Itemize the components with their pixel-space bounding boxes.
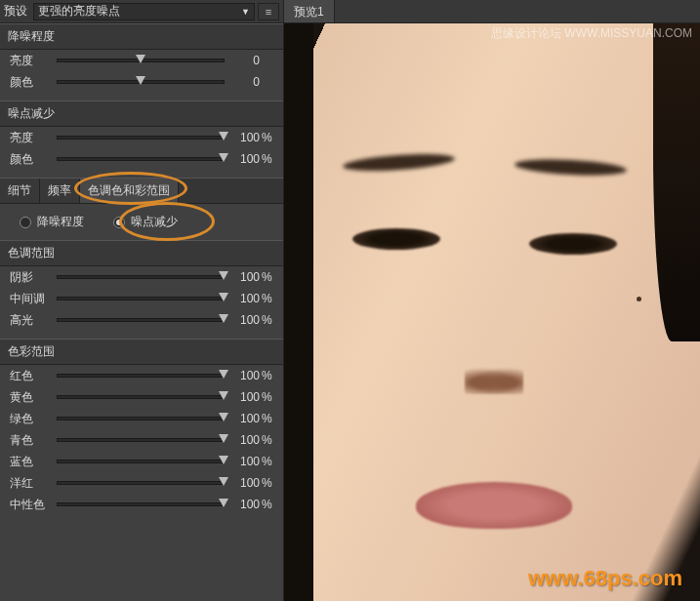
slider-value: 100 [232,369,260,382]
color-slider-row: 颜色 0 [0,71,283,93]
radio-icon [113,217,125,228]
radio-icon [20,217,31,228]
slider-unit: % [262,131,275,144]
slider-unit: % [262,433,275,447]
slider-value: 100 [232,390,260,404]
watermark-bottom: www.68ps.com [528,566,682,591]
preview-pane: 预览1 思缘设计论坛 WWW.MISSYUAN.COM www.68ps.com [283,0,700,601]
colorrange-slider[interactable] [57,374,225,378]
tonal-row: 高光100% [0,309,283,331]
slider-unit: % [262,455,275,468]
preset-value: 更强的亮度噪点 [38,3,120,20]
slider-label: 亮度 [10,53,49,69]
radio-noise-reduce[interactable]: 噪点减少 [113,214,178,230]
radio-label: 噪点减少 [131,214,178,230]
slider-label: 亮度 [10,130,49,146]
slider-unit: % [262,292,275,305]
color-slider[interactable] [57,80,225,84]
section-noise-reduce-header: 噪点减少 [0,100,283,127]
slider-label: 阴影 [10,269,49,286]
radio-row: 降噪程度 噪点减少 [0,204,283,240]
slider-unit: % [262,152,275,166]
colorrange-row: 中性色100% [0,494,283,515]
tab-detail[interactable]: 细节 [0,179,40,203]
tab-tonal-color-range[interactable]: 色调色和彩范围 [80,179,179,203]
slider-value: 100 [232,270,260,284]
slider-label: 颜色 [10,151,49,168]
tonal-slider[interactable] [57,275,225,279]
radio-denoise-level[interactable]: 降噪程度 [20,214,84,230]
preset-dropdown[interactable]: 更强的亮度噪点 ▼ [33,3,255,20]
section-tonal-range-header: 色调范围 [0,240,283,266]
nr-color-slider[interactable] [57,157,225,161]
colorrange-slider[interactable] [57,417,225,421]
preset-bar: 预设 更强的亮度噪点 ▼ ≡ [0,0,283,23]
brightness-slider-row: 亮度 0 [0,50,283,71]
slider-value: 100 [232,292,260,305]
slider-unit: % [262,369,275,382]
slider-unit: % [262,270,275,284]
tonal-slider[interactable] [57,297,225,300]
slider-label: 洋红 [10,475,49,492]
slider-unit: % [262,390,275,404]
tabs-bar: 细节 频率 色调色和彩范围 [0,178,283,204]
colorrange-slider[interactable] [57,460,225,463]
preview-image: 思缘设计论坛 WWW.MISSYUAN.COM www.68ps.com [284,23,700,601]
slider-value: 100 [232,131,260,144]
settings-panel: 预设 更强的亮度噪点 ▼ ≡ 降噪程度 亮度 0 颜色 0 噪点减少 亮度 10… [0,0,283,601]
preset-menu-button[interactable]: ≡ [258,3,279,20]
preview-tab-1[interactable]: 预览1 [284,0,335,22]
colorrange-row: 黄色100% [0,386,283,408]
slider-label: 绿色 [10,411,49,427]
slider-label: 高光 [10,312,49,329]
nr-color-row: 颜色 100 % [0,148,283,170]
tonal-slider[interactable] [57,318,225,322]
brightness-slider[interactable] [57,59,225,62]
slider-value: 100 [232,433,260,447]
slider-value: 100 [232,455,260,468]
slider-value: 100 [232,152,260,166]
colorrange-slider[interactable] [57,481,225,485]
tonal-row: 阴影100% [0,266,283,288]
tab-frequency[interactable]: 频率 [40,179,80,203]
slider-label: 中间调 [10,291,49,307]
slider-value: 0 [232,75,260,89]
slider-value: 100 [232,498,260,511]
slider-unit: % [262,498,275,511]
slider-value: 100 [232,476,260,490]
watermark-top: 思缘设计论坛 WWW.MISSYUAN.COM [491,25,692,42]
slider-label: 青色 [10,432,49,449]
colorrange-row: 洋红100% [0,472,283,494]
slider-unit: % [262,412,275,425]
colorrange-row: 红色100% [0,365,283,386]
slider-label: 红色 [10,368,49,384]
nr-brightness-row: 亮度 100 % [0,127,283,148]
preset-label: 预设 [4,3,27,20]
preview-tabs: 预览1 [284,0,700,23]
colorrange-slider[interactable] [57,438,225,442]
slider-value: 100 [232,412,260,425]
colorrange-row: 绿色100% [0,408,283,429]
section-color-range-header: 色彩范围 [0,339,283,365]
slider-label: 颜色 [10,74,49,91]
tonal-row: 中间调100% [0,288,283,309]
colorrange-slider[interactable] [57,502,225,506]
slider-label: 黄色 [10,389,49,406]
chevron-down-icon: ▼ [241,7,250,17]
slider-unit: % [262,476,275,490]
slider-label: 中性色 [10,497,49,513]
slider-label: 蓝色 [10,454,49,470]
section-denoise-header: 降噪程度 [0,23,283,50]
colorrange-row: 青色100% [0,429,283,451]
radio-label: 降噪程度 [37,214,84,230]
slider-value: 0 [232,54,260,67]
slider-unit: % [262,313,275,327]
colorrange-row: 蓝色100% [0,451,283,472]
nr-brightness-slider[interactable] [57,136,225,140]
colorrange-slider[interactable] [57,395,225,399]
slider-value: 100 [232,313,260,327]
